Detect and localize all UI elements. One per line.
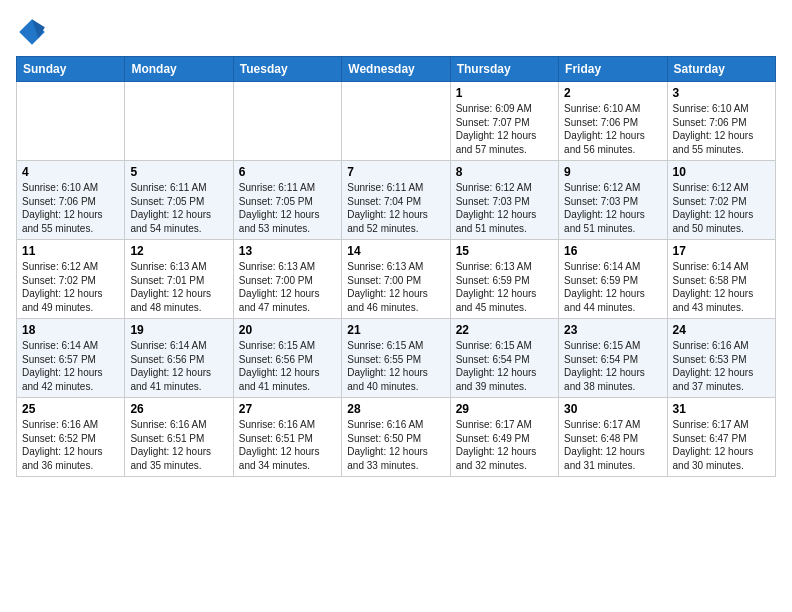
day-info: Sunrise: 6:12 AM Sunset: 7:03 PM Dayligh…: [564, 181, 661, 235]
day-number: 22: [456, 323, 553, 337]
day-info: Sunrise: 6:13 AM Sunset: 7:01 PM Dayligh…: [130, 260, 227, 314]
calendar-week-4: 18Sunrise: 6:14 AM Sunset: 6:57 PM Dayli…: [17, 319, 776, 398]
day-number: 6: [239, 165, 336, 179]
logo: [16, 16, 52, 48]
day-number: 25: [22, 402, 119, 416]
day-number: 21: [347, 323, 444, 337]
logo-icon: [16, 16, 48, 48]
weekday-header-row: SundayMondayTuesdayWednesdayThursdayFrid…: [17, 57, 776, 82]
day-number: 7: [347, 165, 444, 179]
day-info: Sunrise: 6:13 AM Sunset: 6:59 PM Dayligh…: [456, 260, 553, 314]
calendar-cell: 22Sunrise: 6:15 AM Sunset: 6:54 PM Dayli…: [450, 319, 558, 398]
day-info: Sunrise: 6:11 AM Sunset: 7:05 PM Dayligh…: [130, 181, 227, 235]
calendar-cell: 19Sunrise: 6:14 AM Sunset: 6:56 PM Dayli…: [125, 319, 233, 398]
day-info: Sunrise: 6:17 AM Sunset: 6:48 PM Dayligh…: [564, 418, 661, 472]
calendar-cell: 8Sunrise: 6:12 AM Sunset: 7:03 PM Daylig…: [450, 161, 558, 240]
calendar-cell: 5Sunrise: 6:11 AM Sunset: 7:05 PM Daylig…: [125, 161, 233, 240]
calendar-cell: 10Sunrise: 6:12 AM Sunset: 7:02 PM Dayli…: [667, 161, 775, 240]
day-number: 24: [673, 323, 770, 337]
day-info: Sunrise: 6:14 AM Sunset: 6:58 PM Dayligh…: [673, 260, 770, 314]
day-info: Sunrise: 6:16 AM Sunset: 6:50 PM Dayligh…: [347, 418, 444, 472]
calendar-cell: [342, 82, 450, 161]
calendar-cell: 29Sunrise: 6:17 AM Sunset: 6:49 PM Dayli…: [450, 398, 558, 477]
day-number: 10: [673, 165, 770, 179]
weekday-header-tuesday: Tuesday: [233, 57, 341, 82]
day-number: 19: [130, 323, 227, 337]
weekday-header-thursday: Thursday: [450, 57, 558, 82]
day-number: 18: [22, 323, 119, 337]
calendar-cell: 3Sunrise: 6:10 AM Sunset: 7:06 PM Daylig…: [667, 82, 775, 161]
day-info: Sunrise: 6:11 AM Sunset: 7:04 PM Dayligh…: [347, 181, 444, 235]
day-number: 20: [239, 323, 336, 337]
calendar-cell: 30Sunrise: 6:17 AM Sunset: 6:48 PM Dayli…: [559, 398, 667, 477]
day-number: 3: [673, 86, 770, 100]
calendar-cell: 15Sunrise: 6:13 AM Sunset: 6:59 PM Dayli…: [450, 240, 558, 319]
day-info: Sunrise: 6:10 AM Sunset: 7:06 PM Dayligh…: [673, 102, 770, 156]
calendar-cell: 12Sunrise: 6:13 AM Sunset: 7:01 PM Dayli…: [125, 240, 233, 319]
day-number: 31: [673, 402, 770, 416]
calendar-cell: 6Sunrise: 6:11 AM Sunset: 7:05 PM Daylig…: [233, 161, 341, 240]
calendar-cell: 9Sunrise: 6:12 AM Sunset: 7:03 PM Daylig…: [559, 161, 667, 240]
day-info: Sunrise: 6:13 AM Sunset: 7:00 PM Dayligh…: [239, 260, 336, 314]
day-number: 15: [456, 244, 553, 258]
day-info: Sunrise: 6:12 AM Sunset: 7:02 PM Dayligh…: [22, 260, 119, 314]
day-info: Sunrise: 6:17 AM Sunset: 6:47 PM Dayligh…: [673, 418, 770, 472]
day-number: 30: [564, 402, 661, 416]
calendar-cell: 28Sunrise: 6:16 AM Sunset: 6:50 PM Dayli…: [342, 398, 450, 477]
calendar-cell: 24Sunrise: 6:16 AM Sunset: 6:53 PM Dayli…: [667, 319, 775, 398]
day-info: Sunrise: 6:16 AM Sunset: 6:52 PM Dayligh…: [22, 418, 119, 472]
calendar-cell: 25Sunrise: 6:16 AM Sunset: 6:52 PM Dayli…: [17, 398, 125, 477]
day-number: 26: [130, 402, 227, 416]
calendar-cell: 17Sunrise: 6:14 AM Sunset: 6:58 PM Dayli…: [667, 240, 775, 319]
calendar-cell: [233, 82, 341, 161]
day-number: 16: [564, 244, 661, 258]
calendar-cell: [17, 82, 125, 161]
day-info: Sunrise: 6:15 AM Sunset: 6:54 PM Dayligh…: [456, 339, 553, 393]
calendar-week-2: 4Sunrise: 6:10 AM Sunset: 7:06 PM Daylig…: [17, 161, 776, 240]
day-number: 9: [564, 165, 661, 179]
day-info: Sunrise: 6:14 AM Sunset: 6:57 PM Dayligh…: [22, 339, 119, 393]
day-number: 14: [347, 244, 444, 258]
day-info: Sunrise: 6:13 AM Sunset: 7:00 PM Dayligh…: [347, 260, 444, 314]
day-info: Sunrise: 6:09 AM Sunset: 7:07 PM Dayligh…: [456, 102, 553, 156]
day-number: 8: [456, 165, 553, 179]
day-info: Sunrise: 6:15 AM Sunset: 6:54 PM Dayligh…: [564, 339, 661, 393]
weekday-header-friday: Friday: [559, 57, 667, 82]
calendar-cell: 11Sunrise: 6:12 AM Sunset: 7:02 PM Dayli…: [17, 240, 125, 319]
day-info: Sunrise: 6:12 AM Sunset: 7:02 PM Dayligh…: [673, 181, 770, 235]
weekday-header-sunday: Sunday: [17, 57, 125, 82]
day-info: Sunrise: 6:14 AM Sunset: 6:56 PM Dayligh…: [130, 339, 227, 393]
calendar-cell: 26Sunrise: 6:16 AM Sunset: 6:51 PM Dayli…: [125, 398, 233, 477]
weekday-header-monday: Monday: [125, 57, 233, 82]
day-number: 29: [456, 402, 553, 416]
day-info: Sunrise: 6:17 AM Sunset: 6:49 PM Dayligh…: [456, 418, 553, 472]
day-number: 5: [130, 165, 227, 179]
day-number: 17: [673, 244, 770, 258]
day-number: 4: [22, 165, 119, 179]
day-info: Sunrise: 6:12 AM Sunset: 7:03 PM Dayligh…: [456, 181, 553, 235]
calendar-cell: 7Sunrise: 6:11 AM Sunset: 7:04 PM Daylig…: [342, 161, 450, 240]
weekday-header-wednesday: Wednesday: [342, 57, 450, 82]
calendar-week-5: 25Sunrise: 6:16 AM Sunset: 6:52 PM Dayli…: [17, 398, 776, 477]
calendar-week-3: 11Sunrise: 6:12 AM Sunset: 7:02 PM Dayli…: [17, 240, 776, 319]
calendar-cell: 20Sunrise: 6:15 AM Sunset: 6:56 PM Dayli…: [233, 319, 341, 398]
calendar-cell: 18Sunrise: 6:14 AM Sunset: 6:57 PM Dayli…: [17, 319, 125, 398]
calendar-cell: 27Sunrise: 6:16 AM Sunset: 6:51 PM Dayli…: [233, 398, 341, 477]
calendar-cell: 31Sunrise: 6:17 AM Sunset: 6:47 PM Dayli…: [667, 398, 775, 477]
day-info: Sunrise: 6:10 AM Sunset: 7:06 PM Dayligh…: [564, 102, 661, 156]
day-number: 23: [564, 323, 661, 337]
day-number: 12: [130, 244, 227, 258]
day-number: 11: [22, 244, 119, 258]
weekday-header-saturday: Saturday: [667, 57, 775, 82]
calendar-cell: [125, 82, 233, 161]
calendar-cell: 23Sunrise: 6:15 AM Sunset: 6:54 PM Dayli…: [559, 319, 667, 398]
calendar-week-1: 1Sunrise: 6:09 AM Sunset: 7:07 PM Daylig…: [17, 82, 776, 161]
page-header: [16, 16, 776, 48]
calendar-cell: 13Sunrise: 6:13 AM Sunset: 7:00 PM Dayli…: [233, 240, 341, 319]
calendar-table: SundayMondayTuesdayWednesdayThursdayFrid…: [16, 56, 776, 477]
day-info: Sunrise: 6:16 AM Sunset: 6:51 PM Dayligh…: [130, 418, 227, 472]
day-number: 2: [564, 86, 661, 100]
day-info: Sunrise: 6:16 AM Sunset: 6:53 PM Dayligh…: [673, 339, 770, 393]
day-info: Sunrise: 6:15 AM Sunset: 6:55 PM Dayligh…: [347, 339, 444, 393]
day-info: Sunrise: 6:15 AM Sunset: 6:56 PM Dayligh…: [239, 339, 336, 393]
